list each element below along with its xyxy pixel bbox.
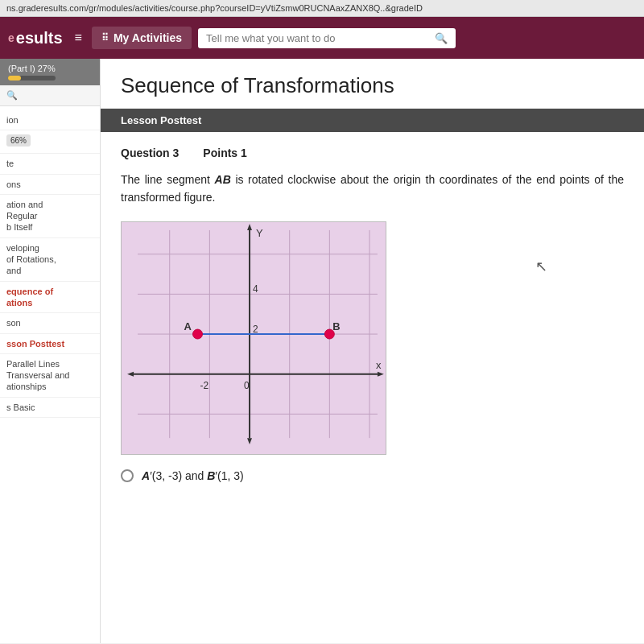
svg-text:B: B	[332, 320, 340, 332]
sidebar: (Part I) 27% 🔍 ion 66% te ons a	[0, 59, 101, 643]
graph-container: Y x 0 -2 4 2 A B	[121, 221, 386, 455]
sidebar-item-ons[interactable]: ons	[0, 175, 100, 195]
sidebar-item-badge[interactable]: 66%	[0, 130, 100, 154]
answer-option-1[interactable]: A′(3, -3) and B′(1, 3)	[121, 469, 624, 482]
answer-text-1: A′(3, -3) and B′(1, 3)	[142, 469, 244, 482]
progress-bar-fill	[8, 76, 21, 80]
question-number: Question 3	[121, 147, 179, 159]
progress-bar	[8, 76, 56, 80]
question-header: Question 3 Points 1	[121, 147, 624, 159]
question-area: Question 3 Points 1 The line segment AB …	[101, 132, 644, 497]
svg-text:4: 4	[253, 283, 258, 295]
sidebar-item-sequence[interactable]: equence ofations	[0, 282, 100, 314]
sidebar-item-lesson-posttest[interactable]: sson Posttest	[0, 334, 100, 354]
sidebar-item-te[interactable]: te	[0, 154, 100, 174]
sidebar-item-son[interactable]: son	[0, 313, 100, 333]
sidebar-nav: ion 66% te ons ation andRegularb Itself …	[0, 106, 100, 422]
page-title-bar: Sequence of Transformations	[101, 59, 644, 109]
sidebar-item-basic[interactable]: s Basic	[0, 398, 100, 418]
search-input[interactable]	[206, 32, 435, 44]
lesson-posttest-bar: Lesson Posttest	[101, 109, 644, 132]
my-activities-button[interactable]: ⠿ My Activities	[92, 27, 192, 49]
svg-rect-0	[122, 222, 386, 454]
sidebar-search[interactable]: 🔍	[0, 85, 100, 106]
progress-label: (Part I) 27%	[8, 64, 56, 73]
address-bar: ns.graderesults.com/gr/modules/activitie…	[0, 0, 644, 17]
search-icon: 🔍	[435, 32, 448, 44]
svg-text:-2: -2	[200, 379, 208, 390]
sidebar-item-veloping[interactable]: velopingof Rotations,and	[0, 238, 100, 282]
question-text: The line segment AB is rotated clockwise…	[121, 171, 624, 207]
main-wrapper: (Part I) 27% 🔍 ion 66% te ons a	[0, 59, 644, 643]
sidebar-item-ion[interactable]: ion	[0, 110, 100, 130]
radio-button-1[interactable]	[121, 469, 134, 482]
url-text: ns.graderesults.com/gr/modules/activitie…	[6, 3, 423, 13]
search-bar[interactable]: 🔍	[198, 28, 456, 48]
svg-point-25	[193, 329, 203, 339]
logo-text: esults	[16, 29, 63, 47]
content-area: Sequence of Transformations Lesson Postt…	[101, 59, 644, 643]
graph-svg: Y x 0 -2 4 2 A B	[122, 222, 386, 454]
sidebar-progress: (Part I) 27%	[0, 59, 100, 85]
section-label: Lesson Posttest	[121, 114, 201, 126]
points-label: Points 1	[203, 147, 246, 159]
svg-text:A: A	[184, 320, 192, 332]
svg-text:Y: Y	[256, 227, 263, 239]
badge-66: 66%	[6, 134, 31, 147]
nav-menu-icon[interactable]: ≡	[75, 31, 82, 45]
grid-icon: ⠿	[101, 32, 109, 43]
logo-prefix: e	[8, 31, 14, 44]
svg-text:x: x	[376, 359, 382, 371]
top-nav: e esults ≡ ⠿ My Activities 🔍	[0, 17, 644, 59]
svg-text:2: 2	[253, 324, 258, 335]
sidebar-search-icon: 🔍	[6, 90, 18, 101]
sidebar-item-parallel[interactable]: Parallel LinesTransversal andationships	[0, 354, 100, 398]
my-activities-label: My Activities	[114, 31, 182, 44]
page-title: Sequence of Transformations	[121, 73, 624, 98]
logo: e esults	[8, 29, 63, 47]
svg-text:0: 0	[244, 379, 250, 390]
sidebar-item-ation[interactable]: ation andRegularb Itself	[0, 195, 100, 238]
